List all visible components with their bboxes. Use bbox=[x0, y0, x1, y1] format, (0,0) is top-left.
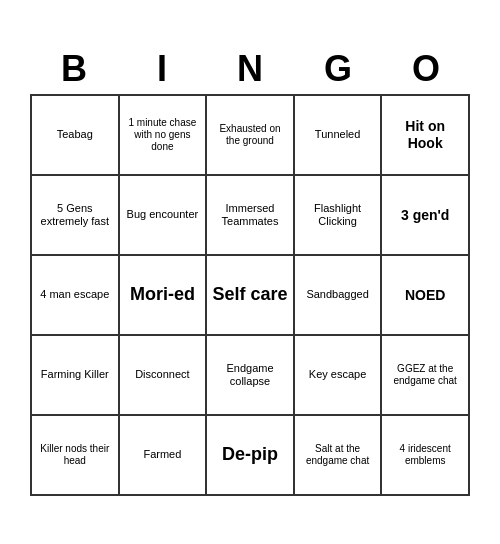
cell-text-18: Key escape bbox=[309, 368, 366, 381]
cell-text-10: 4 man escape bbox=[40, 288, 109, 301]
bingo-title: BINGO bbox=[30, 48, 470, 90]
cell-text-9: 3 gen'd bbox=[401, 207, 449, 224]
bingo-cell-15: Farming Killer bbox=[32, 336, 120, 416]
cell-text-17: Endgame collapse bbox=[211, 362, 289, 388]
bingo-cell-6: Bug encounter bbox=[120, 176, 208, 256]
title-letter-I: I bbox=[122, 48, 202, 90]
bingo-cell-3: Tunneled bbox=[295, 96, 383, 176]
bingo-cell-17: Endgame collapse bbox=[207, 336, 295, 416]
cell-text-6: Bug encounter bbox=[127, 208, 199, 221]
cell-text-3: Tunneled bbox=[315, 128, 360, 141]
cell-text-20: Killer nods their head bbox=[36, 443, 114, 467]
bingo-cell-8: Flashlight Clicking bbox=[295, 176, 383, 256]
cell-text-0: Teabag bbox=[57, 128, 93, 141]
cell-text-23: Salt at the endgame chat bbox=[299, 443, 377, 467]
bingo-cell-22: De-pip bbox=[207, 416, 295, 496]
bingo-cell-20: Killer nods their head bbox=[32, 416, 120, 496]
cell-text-21: Farmed bbox=[143, 448, 181, 461]
bingo-cell-14: NOED bbox=[382, 256, 470, 336]
cell-text-19: GGEZ at the endgame chat bbox=[386, 363, 464, 387]
bingo-cell-7: Immersed Teammates bbox=[207, 176, 295, 256]
bingo-cell-13: Sandbagged bbox=[295, 256, 383, 336]
bingo-cell-1: 1 minute chase with no gens done bbox=[120, 96, 208, 176]
cell-text-2: Exhausted on the ground bbox=[211, 123, 289, 147]
cell-text-5: 5 Gens extremely fast bbox=[36, 202, 114, 228]
cell-text-11: Mori-ed bbox=[130, 284, 195, 306]
bingo-cell-5: 5 Gens extremely fast bbox=[32, 176, 120, 256]
bingo-grid: Teabag1 minute chase with no gens doneEx… bbox=[30, 94, 470, 496]
cell-text-1: 1 minute chase with no gens done bbox=[124, 117, 202, 153]
bingo-cell-9: 3 gen'd bbox=[382, 176, 470, 256]
cell-text-16: Disconnect bbox=[135, 368, 189, 381]
bingo-cell-19: GGEZ at the endgame chat bbox=[382, 336, 470, 416]
cell-text-8: Flashlight Clicking bbox=[299, 202, 377, 228]
title-letter-B: B bbox=[34, 48, 114, 90]
cell-text-7: Immersed Teammates bbox=[211, 202, 289, 228]
cell-text-22: De-pip bbox=[222, 444, 278, 466]
title-letter-N: N bbox=[210, 48, 290, 90]
cell-text-14: NOED bbox=[405, 287, 445, 304]
bingo-cell-23: Salt at the endgame chat bbox=[295, 416, 383, 496]
bingo-cell-16: Disconnect bbox=[120, 336, 208, 416]
cell-text-12: Self care bbox=[212, 284, 287, 306]
cell-text-13: Sandbagged bbox=[306, 288, 368, 301]
title-letter-G: G bbox=[298, 48, 378, 90]
bingo-cell-0: Teabag bbox=[32, 96, 120, 176]
bingo-cell-4: Hit on Hook bbox=[382, 96, 470, 176]
cell-text-4: Hit on Hook bbox=[386, 118, 464, 152]
bingo-cell-2: Exhausted on the ground bbox=[207, 96, 295, 176]
bingo-cell-18: Key escape bbox=[295, 336, 383, 416]
bingo-cell-21: Farmed bbox=[120, 416, 208, 496]
bingo-card: BINGO Teabag1 minute chase with no gens … bbox=[20, 38, 480, 506]
bingo-cell-10: 4 man escape bbox=[32, 256, 120, 336]
bingo-cell-24: 4 iridescent emblems bbox=[382, 416, 470, 496]
cell-text-24: 4 iridescent emblems bbox=[386, 443, 464, 467]
cell-text-15: Farming Killer bbox=[41, 368, 109, 381]
bingo-cell-12: Self care bbox=[207, 256, 295, 336]
title-letter-O: O bbox=[386, 48, 466, 90]
bingo-cell-11: Mori-ed bbox=[120, 256, 208, 336]
